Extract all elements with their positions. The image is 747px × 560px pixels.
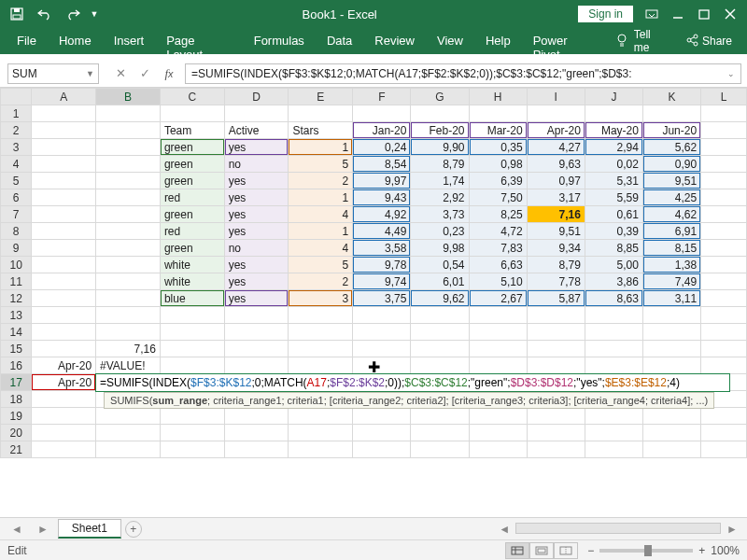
cell[interactable]: yes	[224, 173, 289, 189]
cell-B15[interactable]: 7,16	[96, 341, 161, 357]
view-page-layout-icon[interactable]	[529, 542, 554, 559]
redo-icon[interactable]	[60, 2, 86, 26]
cell[interactable]: 5,87	[527, 290, 585, 307]
cell[interactable]: 0,35	[469, 139, 527, 156]
minimize-icon[interactable]	[665, 2, 691, 26]
ribbon-options-icon[interactable]	[639, 2, 665, 26]
sheet-tab-active[interactable]: Sheet1	[58, 519, 121, 539]
cell[interactable]: 0,90	[642, 156, 700, 173]
cell[interactable]: 4,25	[642, 189, 700, 206]
cell[interactable]: 5,31	[585, 173, 642, 189]
cell[interactable]: yes	[224, 139, 289, 156]
cell[interactable]: Apr-20	[527, 122, 585, 139]
zoom-slider[interactable]	[599, 549, 693, 553]
confirm-edit-icon[interactable]: ✓	[134, 63, 155, 84]
share-button[interactable]: Share	[676, 28, 741, 54]
cell[interactable]: red	[160, 223, 224, 240]
zoom-in-button[interactable]: +	[698, 544, 705, 557]
cell[interactable]: green	[160, 240, 224, 257]
cell[interactable]: 4	[289, 240, 353, 257]
cell[interactable]: Feb-20	[411, 122, 469, 139]
row-16[interactable]: 16	[1, 357, 32, 374]
cell[interactable]: 0,97	[527, 173, 585, 189]
row-21[interactable]: 21	[1, 441, 32, 458]
row-17[interactable]: 17	[1, 374, 32, 391]
cell[interactable]: yes	[224, 223, 289, 240]
row-18[interactable]: 18	[1, 391, 32, 408]
cell[interactable]: 9,97	[353, 173, 411, 189]
cell[interactable]: green	[160, 139, 224, 156]
cell[interactable]: yes	[224, 206, 289, 223]
tab-formulas[interactable]: Formulas	[243, 28, 316, 54]
row-14[interactable]: 14	[1, 324, 32, 341]
row-1[interactable]: 1	[1, 105, 32, 122]
cell[interactable]: 7,83	[469, 240, 527, 257]
cell[interactable]: yes	[224, 189, 289, 206]
sheet-nav-next[interactable]: ►	[32, 523, 54, 536]
signin-button[interactable]: Sign in	[578, 6, 633, 22]
cell[interactable]: 4,49	[353, 223, 411, 240]
cell[interactable]: 4,62	[642, 206, 700, 223]
new-sheet-button[interactable]: +	[125, 521, 142, 538]
cell[interactable]: 8,85	[585, 240, 642, 257]
tab-page-layout[interactable]: Page Layout	[155, 28, 243, 54]
cell[interactable]: 9,63	[527, 156, 585, 173]
cell[interactable]: yes	[224, 290, 289, 307]
cell[interactable]: yes	[224, 257, 289, 273]
row-9[interactable]: 9	[1, 240, 32, 257]
cell[interactable]: red	[160, 189, 224, 206]
chevron-down-icon[interactable]: ▼	[86, 69, 94, 78]
cell[interactable]: 4,92	[353, 206, 411, 223]
in-cell-editor[interactable]: =SUMIFS(INDEX($F$3:$K$12;0;MATCH(A17;$F$…	[95, 373, 730, 392]
row-2[interactable]: 2	[1, 122, 32, 139]
cell[interactable]: 6,01	[411, 273, 469, 290]
cell[interactable]: 9,51	[527, 223, 585, 240]
cell[interactable]: May-20	[585, 122, 642, 139]
expand-formula-icon[interactable]: ⌄	[727, 69, 735, 78]
cell[interactable]: 3,17	[527, 189, 585, 206]
cell[interactable]: 9,78	[353, 257, 411, 273]
worksheet-grid[interactable]: A B C D E F G H I J K L 1 2 Team Active …	[0, 88, 747, 517]
cell[interactable]: 0,61	[585, 206, 642, 223]
col-G[interactable]: G	[411, 89, 469, 105]
cell[interactable]: no	[224, 156, 289, 173]
sheet-nav-prev[interactable]: ◄	[6, 523, 28, 536]
cell[interactable]: 5,62	[642, 139, 700, 156]
row-4[interactable]: 4	[1, 156, 32, 173]
col-A[interactable]: A	[32, 89, 96, 105]
cell-A17[interactable]: Apr-20	[32, 374, 96, 391]
cell[interactable]: yes	[224, 273, 289, 290]
col-J[interactable]: J	[585, 89, 642, 105]
hscrollbar[interactable]	[515, 523, 721, 534]
cell[interactable]: 8,15	[642, 240, 700, 257]
cell[interactable]: 8,79	[527, 257, 585, 273]
formula-input[interactable]: =SUMIFS(INDEX($F$3:$K$12;0;MATCH(A17;$F$…	[185, 63, 741, 84]
view-normal-icon[interactable]	[505, 542, 529, 559]
row-3[interactable]: 3	[1, 139, 32, 156]
tab-view[interactable]: View	[426, 28, 474, 54]
zoom-out-button[interactable]: −	[587, 544, 594, 557]
row-19[interactable]: 19	[1, 408, 32, 425]
cell[interactable]: Jan-20	[353, 122, 411, 139]
cell[interactable]: 5	[289, 156, 353, 173]
tab-file[interactable]: File	[6, 28, 48, 54]
cell[interactable]: 5,59	[585, 189, 642, 206]
cell[interactable]: 9,43	[353, 189, 411, 206]
cell[interactable]: green	[160, 206, 224, 223]
row-10[interactable]: 10	[1, 257, 32, 273]
cell[interactable]: green	[160, 173, 224, 189]
cell[interactable]: 7,16	[527, 206, 585, 223]
cell[interactable]: 3,75	[353, 290, 411, 307]
cell[interactable]: 0,23	[411, 223, 469, 240]
tab-help[interactable]: Help	[474, 28, 522, 54]
tab-review[interactable]: Review	[363, 28, 426, 54]
cell[interactable]: 7,78	[527, 273, 585, 290]
row-12[interactable]: 12	[1, 290, 32, 307]
tab-data[interactable]: Data	[316, 28, 363, 54]
col-L[interactable]: L	[701, 89, 747, 105]
row-11[interactable]: 11	[1, 273, 32, 290]
cell[interactable]: 2,94	[585, 139, 642, 156]
cell[interactable]: 6,63	[469, 257, 527, 273]
cell[interactable]: 3,73	[411, 206, 469, 223]
cell[interactable]: Stars	[289, 122, 353, 139]
